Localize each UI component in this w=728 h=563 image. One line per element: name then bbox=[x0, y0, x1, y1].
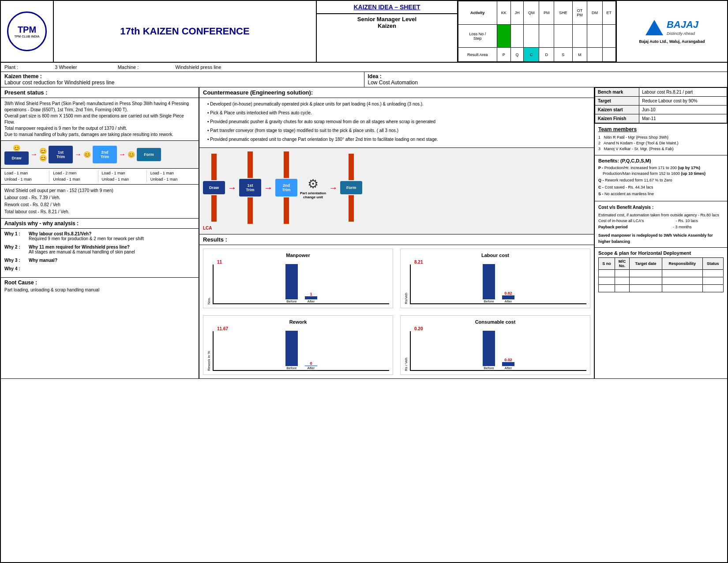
benefit-p: P - Production/Hr. increased from 171 to… bbox=[598, 165, 724, 176]
rw-after-label: After bbox=[308, 366, 315, 370]
consumable-bars: 0.20 Before 0.02 After bbox=[410, 326, 586, 371]
col-otpm: OTPM bbox=[572, 1, 587, 25]
why4-label: Why 4 : bbox=[4, 266, 29, 271]
cost-analysis: Cost v/s Benefit Analysis : Estimated co… bbox=[595, 201, 727, 248]
manpower-chart-area: Nos. 11 Before 1 bbox=[207, 260, 389, 304]
ws-line1: Wind Shield cell ouput per man - 152 (13… bbox=[4, 187, 195, 194]
target-label: Target bbox=[595, 97, 639, 106]
kaizen-header: KAIZEN IDEA – SHEET Senior Manager Level… bbox=[317, 1, 458, 62]
after-trim1-box: 1stTrim bbox=[239, 179, 261, 196]
kaizen-finish-label: Kaizen Finish bbox=[595, 114, 639, 123]
arrow-3: → bbox=[119, 151, 126, 159]
kaizen-theme-right: Idea : Low Cost Automation bbox=[364, 72, 728, 87]
present-status-text: 3Wh Wind Shield Press Part (Skin Panel) … bbox=[4, 101, 195, 138]
process-flow-before: 😊 Draw → 😊 😊 1stTrim → 😊 bbox=[1, 140, 199, 169]
counter-bullet-5: • Provided pneumatic operated unit to ch… bbox=[207, 136, 590, 143]
after-draw-box: Draw bbox=[203, 181, 225, 194]
labour-bars: 8.21 Before 0.82 After bbox=[410, 260, 586, 304]
why1-content: Why labour cost Rs.8.21/Veh? Required 9 … bbox=[29, 231, 195, 241]
counter-bullet-2: • Pick & Place units interlocked with Pr… bbox=[207, 110, 590, 117]
manpower-chart: Manpower Nos. 11 Before 1 bbox=[203, 249, 393, 308]
present-status-title: Present status : bbox=[1, 87, 199, 98]
right-panel: Bench mark Labour cost Rs.8.21 / part Ta… bbox=[595, 87, 727, 378]
red-bar-right bbox=[211, 195, 217, 222]
cc-after-bar bbox=[502, 362, 514, 366]
labour-y-label: Rs/Veh bbox=[404, 293, 408, 304]
orientation-label: Part orientationchange unit bbox=[300, 191, 326, 199]
mp-before-bar bbox=[285, 264, 298, 299]
header: TPM TPM CLUB INDIA 17th KAIZEN CONFERENC… bbox=[1, 1, 727, 63]
consumable-chart-area: Rs / Veh 0.20 Before 0.02 bbox=[404, 326, 586, 371]
bajaj-logo: BAJAJ Distinctly Ahead bbox=[645, 19, 698, 36]
cost-line-1: Estimated cost, if automation taken from… bbox=[598, 212, 724, 219]
rework-y-label: Rework in % bbox=[207, 351, 211, 371]
manpower-bar-chart: Before 1 After bbox=[213, 264, 389, 304]
lca-label: LCA bbox=[203, 226, 590, 230]
load-info: Load - 1 man Unload - 1 man Load - 2 men… bbox=[1, 169, 199, 185]
smiley-4: 😊 bbox=[83, 151, 91, 158]
bajaj-address: Bajaj Auto Ltd., Waluj, Aurangabad bbox=[639, 39, 705, 44]
manpower-bars: 11 Before 1 After bbox=[213, 260, 389, 304]
rework-bars: 11.67 Before 0 After bbox=[213, 326, 389, 371]
kaizen-theme-row: Kaizen theme : Labour cost reduction for… bbox=[1, 72, 727, 87]
saved-text: Saved manpower is redeployed to 3Wh Vehi… bbox=[598, 233, 724, 245]
after-form-box: Form bbox=[340, 181, 362, 194]
after-arrow-3: → bbox=[329, 183, 338, 193]
bajaj-tagline: Distinctly Ahead bbox=[667, 31, 698, 36]
activity-header: Activity KK JH QM PM SHE OTPM DM ET Loss… bbox=[458, 1, 617, 62]
arrow-1: → bbox=[30, 151, 38, 159]
activity-table: Activity KK JH QM PM SHE OTPM DM ET Loss… bbox=[458, 1, 616, 62]
lc-after-label: After bbox=[505, 299, 512, 303]
why3-content: Why manual? bbox=[29, 258, 195, 263]
cost-line-3: Payback period - 3 months bbox=[598, 224, 724, 230]
team-section: Team members 1 Nitin R Patil - Mgr (Pres… bbox=[595, 123, 727, 155]
benefit-s: S - No accident as manless line bbox=[598, 191, 724, 197]
load-col-2: Load - 2 men Unload - 1 man bbox=[53, 170, 98, 182]
why4-row: Why 4 : bbox=[4, 266, 195, 271]
scope-section: Scope & plan for Horizontal Deployment S… bbox=[595, 247, 727, 295]
after-trim2-box: 2ndTrim bbox=[275, 179, 297, 196]
scope-row-1 bbox=[599, 270, 724, 277]
mp-before-group: Before bbox=[285, 264, 298, 303]
why1-row: Why 1 : Why labour cost Rs.8.21/Veh? Req… bbox=[4, 231, 195, 241]
labour-bar-chart: Before 0.82 After bbox=[410, 264, 586, 304]
manpower-before-val: 11 bbox=[217, 260, 389, 264]
scope-col-resp: Responsibility bbox=[662, 258, 702, 270]
root-cause-section: Root Cause : Part loading, unloading & s… bbox=[1, 277, 199, 296]
machine-value: Windshield press line bbox=[175, 64, 221, 70]
lc-before-label: Before bbox=[484, 299, 494, 303]
bench-mark-value: Labour cost Rs.8.21 / part bbox=[639, 88, 727, 97]
scope-col-sno: S no bbox=[599, 258, 615, 270]
main-content: Present status : 3Wh Wind Shield Press P… bbox=[1, 87, 727, 379]
scope-col-status: Status bbox=[702, 258, 723, 270]
team-member-2: 2 Anand N Kodam - Engr (Tool & Die Maint… bbox=[598, 141, 724, 145]
kaizen-start-row: Kaizen start Jun-10 bbox=[595, 106, 727, 114]
ws-line3: Rework cost - Rs. 0.82 / Veh bbox=[4, 201, 195, 208]
smiley-5: 😊 bbox=[128, 151, 135, 158]
team-member-1: 1 Nitin R Patil - Mgr (Press Shop 3Wh) bbox=[598, 135, 724, 140]
trim2-step: 2ndTrim bbox=[93, 146, 117, 163]
root-cause-title: Root Cause : bbox=[4, 280, 195, 286]
team-member-3: 3 Manoj V Kelkar - Sr. Mgr. (Press & Fab… bbox=[598, 147, 724, 151]
scope-title: Scope & plan for Horizontal Deployment bbox=[598, 250, 724, 256]
trim2-box: 2ndTrim bbox=[93, 146, 117, 163]
labour-title: Labour cost bbox=[404, 253, 586, 258]
cc-before-bar bbox=[483, 331, 495, 366]
rework-title: Rework bbox=[207, 319, 389, 325]
why4-content bbox=[29, 266, 195, 271]
smiley-1: 😊 bbox=[13, 144, 20, 151]
tpm-logo: TPM TPM CLUB INDIA bbox=[7, 11, 47, 51]
counter-body: • Developed (in-house) pneumatically ope… bbox=[199, 98, 594, 147]
cost-analysis-title: Cost v/s Benefit Analysis : bbox=[598, 204, 724, 211]
col-jh: JH bbox=[510, 1, 523, 25]
idea-value: Low Cost Automation bbox=[368, 79, 724, 86]
kaizen-start-label: Kaizen start bbox=[595, 106, 639, 114]
ws-line2: Labour cost - Rs. 7.39 / Veh. bbox=[4, 194, 195, 201]
arrow-2: → bbox=[75, 151, 82, 159]
lc-after-group: 0.82 After bbox=[502, 291, 514, 303]
countermeasure-title: Countermeasure (Engineering solution): bbox=[199, 87, 594, 98]
after-arrow-1: → bbox=[228, 183, 236, 193]
team-title: Team members bbox=[598, 126, 724, 132]
why3-row: Why 3 : Why manual? bbox=[4, 258, 195, 263]
trim1-box: 1stTrim bbox=[49, 146, 73, 163]
